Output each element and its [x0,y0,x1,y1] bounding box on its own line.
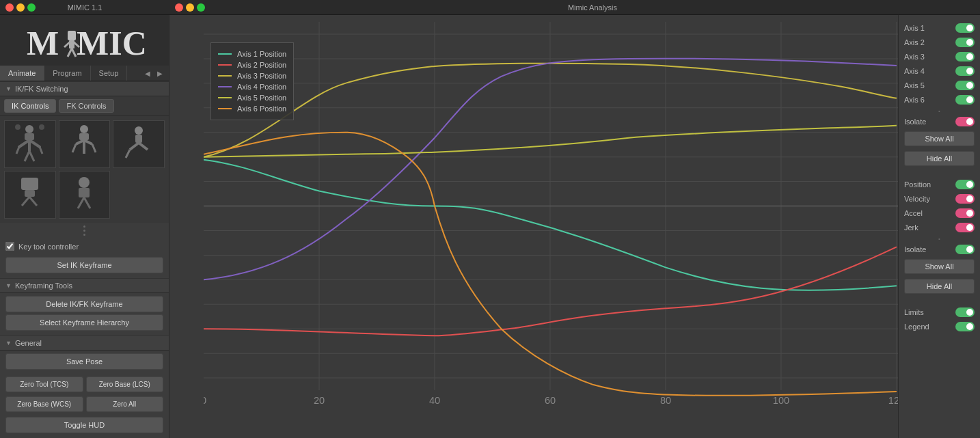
keyframing-arrow: ▼ [5,282,12,289]
set-ik-keyframe-button[interactable]: Set IK Keyframe [5,257,163,273]
svg-rect-39 [204,22,898,418]
nav-next[interactable]: ▶ [154,68,165,79]
chart-max-button[interactable] [197,3,205,12]
chart-min-button[interactable] [186,3,194,12]
svg-rect-27 [135,135,142,143]
svg-text:20: 20 [314,395,325,406]
chart-close-button[interactable] [175,3,183,12]
robot-cell-4[interactable] [4,171,56,219]
axis4-row: Axis 4 [904,65,975,77]
svg-rect-36 [79,188,90,197]
key-tool-checkbox[interactable] [5,242,14,251]
svg-text:100: 100 [773,395,789,406]
svg-line-38 [84,197,90,208]
svg-line-15 [25,151,29,161]
axis1-toggle[interactable] [955,23,975,33]
svg-point-18 [39,124,44,130]
zero-lcs-button[interactable]: Zero Base (LCS) [86,377,164,392]
svg-text:M: M [27,24,59,59]
axis6-row: Axis 6 [904,94,975,106]
velocity-toggle[interactable] [955,194,975,204]
legend-item-axis4: Axis 4 Position [218,81,286,92]
svg-text:120: 120 [888,395,898,406]
legend-item-axis1: Axis 1 Position [218,49,286,59]
nav-tabs: Animate Program Setup ◀ ▶ [0,66,169,81]
tab-animate[interactable]: Animate [0,66,44,81]
chart-area: Axis 1 Position Axis 2 Position Axis 3 P… [169,15,898,438]
svg-line-29 [126,150,130,158]
tab-ik-controls[interactable]: IK Controls [4,99,56,113]
jerk-row: Jerk [904,221,975,234]
axis2-toggle[interactable] [955,38,975,47]
hide-all-button[interactable]: Hide All [904,151,975,166]
svg-point-26 [135,126,143,135]
zero-wcs-button[interactable]: Zero Base (WCS) [5,396,83,412]
left-window-title: MIMIC 1.1 [68,3,103,12]
svg-line-6 [72,49,76,57]
legend-toggle[interactable] [955,322,975,331]
tab-fk-controls[interactable]: FK Controls [59,99,113,113]
axis3-toggle[interactable] [955,52,975,61]
svg-point-8 [25,125,33,133]
robot-cell-3[interactable] [113,120,165,168]
legend-item-axis5: Axis 5 Position [218,92,286,103]
svg-line-10 [19,140,29,147]
svg-text:0: 0 [204,395,206,406]
axis1-row: Axis 1 [904,22,975,34]
keyframing-btn-panel: Delete IK/FK Keyframe Select Keyframe Hi… [0,293,169,336]
delete-ikfk-button[interactable]: Delete IK/FK Keyframe [5,296,163,312]
hud-btn-panel: Toggle HUD [0,414,169,438]
select-hierarchy-button[interactable]: Select Keyframe Hierarchy [5,314,163,331]
robot-cell-1[interactable] [4,120,56,168]
show-all-button[interactable]: Show All [904,131,975,146]
zero-tcs-button[interactable]: Zero Tool (TCS) [5,377,83,392]
legend-line-axis1 [218,53,232,55]
maximize-button[interactable] [27,3,36,12]
tab-setup[interactable]: Setup [91,66,128,81]
general-arrow: ▼ [5,340,12,346]
zero-row-1: Zero Tool (TCS) Zero Base (LCS) [0,374,169,394]
isolate2-toggle[interactable] [955,245,975,254]
legend-row: Legend [904,320,975,333]
nav-prev[interactable]: ◀ [142,68,153,79]
legend-item-axis3: Axis 3 Position [218,70,286,81]
axis3-row: Axis 3 [904,51,975,63]
svg-point-35 [79,177,90,188]
svg-text:60: 60 [545,395,556,406]
svg-line-22 [72,144,76,152]
position-toggle[interactable] [955,180,975,189]
show-all2-button[interactable]: Show All [904,259,975,274]
svg-rect-32 [25,190,35,197]
svg-point-19 [80,125,88,133]
jerk-toggle[interactable] [955,223,975,232]
svg-line-28 [130,143,139,150]
right-panel: Axis 1 Axis 2 Axis 3 Axis 4 Axis 5 Axis … [898,15,980,438]
legend-item-axis6: Axis 6 Position [218,103,286,114]
limits-toggle[interactable] [955,307,975,317]
logo-area: M MIC [0,15,169,66]
robot-cell-5[interactable] [59,171,111,219]
general-btn-panel: Save Pose [0,351,169,374]
tab-program[interactable]: Program [44,66,90,81]
svg-line-16 [29,151,34,161]
minimize-button[interactable] [16,3,25,12]
svg-rect-20 [79,133,89,140]
axis6-toggle[interactable] [955,95,975,105]
axis5-toggle[interactable] [955,81,975,90]
svg-line-24 [92,144,96,152]
robot-cell-2[interactable] [59,120,111,168]
svg-rect-1 [68,31,76,40]
isolate2-row: Isolate [904,243,975,256]
section-general: ▼ General [0,336,169,351]
close-button[interactable] [5,3,14,12]
isolate-toggle[interactable] [955,117,975,126]
svg-line-11 [16,147,19,154]
accel-toggle[interactable] [955,208,975,218]
save-pose-button[interactable]: Save Pose [5,353,163,370]
svg-text:40: 40 [429,395,440,406]
zero-row-2: Zero Base (WCS) Zero All [0,394,169,414]
toggle-hud-button[interactable]: Toggle HUD [5,417,163,433]
hide-all2-button[interactable]: Hide All [904,279,975,294]
zero-all-button[interactable]: Zero All [86,396,164,412]
axis4-toggle[interactable] [955,66,975,76]
